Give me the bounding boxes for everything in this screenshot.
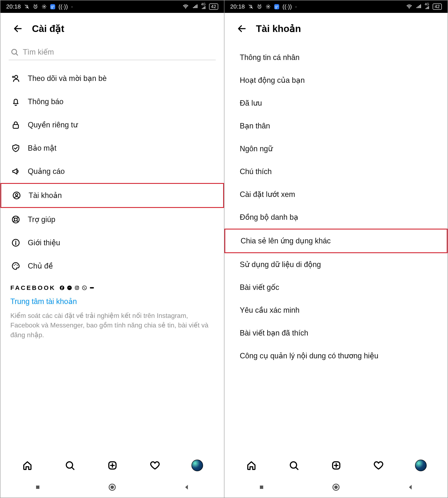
alarm-icon: [257, 4, 262, 9]
lifebuoy-icon: [10, 214, 21, 225]
settings-item-label: Bảo mật: [28, 144, 56, 152]
settings-item-user-plus[interactable]: Theo dõi và mời bạn bè: [0, 67, 224, 90]
bell-icon: [10, 96, 21, 107]
settings-list: Theo dõi và mời bạn bèThông báoQuyền riê…: [0, 65, 224, 279]
battery-icon: 42: [433, 3, 442, 10]
account-item[interactable]: Yêu cầu xác minh: [224, 299, 448, 322]
softkey-home[interactable]: [331, 482, 341, 492]
battery-icon: 42: [209, 3, 218, 10]
facebook-icon: [59, 285, 65, 291]
account-item-label: Chia sẻ lên ứng dụng khác: [240, 236, 331, 245]
nav-profile-avatar[interactable]: [415, 460, 427, 471]
app-badge-icon: g¹: [50, 4, 55, 9]
nav-create[interactable]: [330, 459, 342, 471]
search-field[interactable]: Tìm kiếm: [9, 44, 216, 60]
nav-home[interactable]: [21, 459, 33, 471]
back-button[interactable]: [12, 23, 24, 34]
account-item[interactable]: Đã lưu: [224, 92, 448, 115]
svg-rect-23: [36, 485, 39, 489]
settings-item-lock[interactable]: Quyền riêng tư: [0, 113, 224, 136]
settings-item-palette[interactable]: Chủ đề: [0, 254, 224, 278]
account-item-label: Yêu cầu xác minh: [240, 306, 300, 315]
account-list: Thông tin cá nhânHoạt động của bạnĐã lưu…: [224, 44, 448, 369]
whatsapp-icon: [82, 285, 87, 291]
settings-item-label: Tài khoản: [29, 191, 62, 200]
account-item[interactable]: Cài đặt lướt xem: [224, 183, 448, 206]
screen-account: 20:18 g¹ ((·)) · 4G 42 Tài khoản Thông t…: [224, 0, 448, 498]
nav-activity[interactable]: [149, 459, 161, 471]
settings-item-lifebuoy[interactable]: Trợ giúp: [0, 208, 224, 231]
account-item[interactable]: Đồng bộ danh bạ: [224, 206, 448, 229]
account-item-label: Sử dụng dữ liệu di động: [240, 260, 321, 269]
nav-create[interactable]: [106, 459, 118, 471]
search-placeholder: Tìm kiếm: [23, 48, 54, 56]
account-item[interactable]: Chú thích: [224, 160, 448, 183]
settings-item-label: Thông báo: [28, 97, 64, 106]
settings-item-shield[interactable]: Bảo mật: [0, 136, 224, 160]
nav-profile-avatar[interactable]: [192, 460, 203, 471]
account-item[interactable]: Sử dụng dữ liệu di động: [224, 253, 448, 276]
nav-home[interactable]: [245, 459, 257, 471]
bottom-nav: [0, 454, 224, 477]
settings-item-user-circle[interactable]: Tài khoản: [0, 183, 224, 208]
softkey-back[interactable]: [182, 482, 192, 492]
page-title: Cài đặt: [32, 23, 64, 34]
shield-icon: [10, 143, 21, 153]
svg-point-28: [334, 485, 338, 489]
account-item-label: Bạn thân: [240, 122, 270, 130]
account-item[interactable]: Bài viết bạn đã thích: [224, 322, 448, 345]
alarm-icon: [33, 4, 38, 9]
settings-item-label: Trợ giúp: [28, 215, 55, 224]
hotspot-icon: ((·)): [283, 3, 292, 10]
account-item-label: Đồng bộ danh bạ: [240, 213, 298, 222]
nav-activity[interactable]: [372, 459, 384, 471]
mute-icon: [24, 4, 30, 9]
settings-item-info[interactable]: Giới thiệu: [0, 231, 224, 254]
megaphone-icon: [10, 166, 21, 177]
accounts-center-desc: Kiểm soát các cài đặt về trải nghiệm kết…: [10, 311, 214, 340]
account-item[interactable]: Công cụ quản lý nội dung có thương hiệu: [224, 345, 448, 367]
account-item-label: Cài đặt lướt xem: [240, 190, 295, 199]
palette-icon: [10, 261, 21, 271]
back-button[interactable]: [236, 23, 248, 34]
mute-icon: [248, 4, 254, 9]
account-item[interactable]: Thông tin cá nhân: [224, 46, 448, 69]
wifi-icon: [406, 3, 412, 10]
account-item-label: Ngôn ngữ: [240, 144, 273, 153]
softkey-recent[interactable]: [257, 482, 266, 492]
oculus-icon: [89, 285, 95, 291]
page-title: Tài khoản: [256, 23, 301, 34]
account-item[interactable]: Bạn thân: [224, 115, 448, 137]
nav-search[interactable]: [288, 459, 300, 471]
account-item-label: Thông tin cá nhân: [240, 53, 300, 62]
signal-icon: [416, 4, 421, 10]
accounts-center-link[interactable]: Trung tâm tài khoản: [10, 297, 214, 306]
account-item[interactable]: Bài viết gốc: [224, 276, 448, 299]
account-item-label: Bài viết gốc: [240, 283, 279, 292]
screen-settings: 20:18 g¹ ((·)) · 4G 42 Cài đặt Tìm kiếm …: [0, 0, 224, 498]
status-bar: 20:18 g¹ ((·)) · 4G 42: [224, 0, 448, 13]
status-bar: 20:18 g¹ ((·)) · 4G 42: [0, 0, 224, 13]
instagram-icon: [74, 285, 80, 291]
hotspot-icon: ((·)): [59, 3, 68, 10]
account-item[interactable]: Chia sẻ lên ứng dụng khác: [224, 229, 448, 253]
facebook-heading: FACEBOOK: [10, 284, 56, 291]
info-icon: [10, 237, 21, 248]
account-item[interactable]: Hoạt động của bạn: [224, 69, 448, 92]
softkey-home[interactable]: [107, 482, 117, 492]
account-item-label: Đã lưu: [240, 99, 262, 107]
settings-item-megaphone[interactable]: Quảng cáo: [0, 160, 224, 183]
settings-item-label: Quảng cáo: [28, 167, 65, 176]
wifi-icon: [182, 3, 189, 10]
softkey-recent[interactable]: [33, 482, 43, 492]
settings-item-bell[interactable]: Thông báo: [0, 90, 224, 113]
gear-icon: [266, 4, 271, 9]
lock-icon: [10, 119, 21, 130]
signal-4g-icon: 4G: [201, 3, 206, 10]
app-badge-icon: g¹: [274, 4, 279, 9]
account-item[interactable]: Ngôn ngữ: [224, 137, 448, 160]
bottom-nav: [224, 454, 448, 477]
softkey-back[interactable]: [406, 482, 415, 492]
header: Tài khoản: [224, 13, 448, 44]
nav-search[interactable]: [64, 459, 76, 471]
